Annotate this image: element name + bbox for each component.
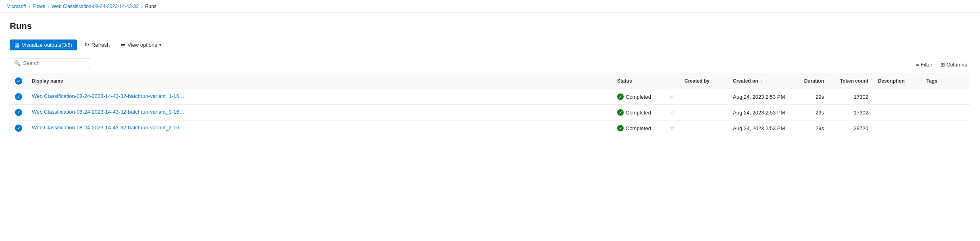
visualize-label: Visualize outputs(3/5) — [22, 42, 72, 48]
table-actions: ≡ Filter ⊞ Columns — [913, 60, 970, 70]
col-header-star — [665, 73, 680, 89]
row-star-cell: ☆ — [665, 120, 680, 136]
run-name-link-0[interactable]: Web Classification-08-24-2023-14-43-32-b… — [32, 93, 185, 99]
status-badge-1: Completed — [617, 109, 651, 116]
row-tags-cell — [922, 89, 970, 105]
row-checkbox[interactable] — [10, 105, 27, 120]
breadcrumb-runs: Runs — [145, 4, 156, 9]
filter-label: Filter — [921, 62, 932, 68]
table-row: Web Classification-08-24-2023-14-43-32-b… — [10, 120, 970, 136]
row-created-on-cell: Aug 24, 2023 2:53 PM — [728, 89, 793, 105]
breadcrumb: Microsoft › Flows › Web Classification-0… — [0, 0, 980, 13]
page-title: Runs — [10, 21, 970, 31]
visualize-icon: ▦ — [15, 42, 19, 48]
row-checkbox[interactable] — [10, 120, 27, 136]
view-options-icon: ⇌ — [121, 42, 125, 48]
row-description-cell — [873, 120, 922, 136]
run-name-link-2[interactable]: Web Classification-08-24-2023-14-43-32-b… — [32, 125, 185, 131]
status-completed-icon-1 — [617, 109, 624, 116]
view-options-label: View options — [127, 42, 157, 48]
status-completed-icon-2 — [617, 125, 624, 131]
search-bar: 🔍 — [10, 58, 90, 68]
row-token-count-cell: 17302 — [829, 89, 873, 105]
toolbar: ▦ Visualize outputs(3/5) ↻ Refresh ⇌ Vie… — [10, 39, 970, 51]
col-header-description: Description — [873, 73, 922, 89]
row-token-count-cell: 17302 — [829, 105, 873, 120]
row-tags-cell — [922, 105, 970, 120]
columns-label: Columns — [947, 62, 967, 68]
star-icon-1[interactable]: ☆ — [670, 109, 675, 116]
refresh-label: Refresh — [92, 42, 110, 48]
columns-button[interactable]: ⊞ Columns — [937, 60, 970, 70]
col-header-name[interactable]: Display name — [27, 73, 612, 89]
refresh-icon: ↻ — [84, 41, 89, 48]
run-name-link-1[interactable]: Web Classification-08-24-2023-14-43-32-b… — [32, 109, 185, 115]
table-row: Web Classification-08-24-2023-14-43-32-b… — [10, 89, 970, 105]
row-created-by-cell — [680, 105, 728, 120]
search-input[interactable] — [23, 60, 86, 66]
row-name-cell: Web Classification-08-24-2023-14-43-32-b… — [27, 89, 612, 105]
col-header-created-by: Created by — [680, 73, 728, 89]
status-text-0: Completed — [626, 94, 651, 100]
row-name-cell: Web Classification-08-24-2023-14-43-32-b… — [27, 105, 612, 120]
filter-icon: ≡ — [916, 62, 919, 68]
breadcrumb-sep-3: › — [141, 4, 143, 9]
col-header-status: Status — [612, 73, 665, 89]
search-icon: 🔍 — [14, 60, 21, 66]
table-header-row: Display name Status Created by Created o… — [10, 73, 970, 89]
row-select-checkbox-2[interactable] — [15, 125, 22, 132]
row-select-checkbox-1[interactable] — [15, 109, 22, 116]
filter-button[interactable]: ≡ Filter — [913, 60, 935, 70]
columns-icon: ⊞ — [940, 62, 945, 68]
row-created-by-cell — [680, 120, 728, 136]
table-body: Web Classification-08-24-2023-14-43-32-b… — [10, 89, 970, 136]
row-select-checkbox-0[interactable] — [15, 93, 22, 100]
row-duration-cell: 29s — [793, 105, 829, 120]
breadcrumb-microsoft[interactable]: Microsoft — [6, 4, 26, 9]
status-text-2: Completed — [626, 125, 651, 131]
row-tags-cell — [922, 120, 970, 136]
row-status-cell: Completed — [612, 105, 665, 120]
row-checkbox[interactable] — [10, 89, 27, 105]
select-all-checkbox[interactable] — [15, 77, 22, 85]
row-status-cell: Completed — [612, 89, 665, 105]
star-icon-0[interactable]: ☆ — [670, 93, 675, 100]
row-duration-cell: 29s — [793, 89, 829, 105]
sort-icon: ↓ — [761, 79, 763, 83]
breadcrumb-sep-1: › — [29, 4, 30, 9]
page-content: Runs ▦ Visualize outputs(3/5) ↻ Refresh … — [0, 13, 980, 144]
col-header-checkbox — [10, 73, 27, 89]
row-description-cell — [873, 105, 922, 120]
row-name-cell: Web Classification-08-24-2023-14-43-32-b… — [27, 120, 612, 136]
col-header-duration: Duration — [793, 73, 829, 89]
breadcrumb-classification[interactable]: Web Classification-08-24-2023-14-43-32 — [52, 4, 139, 9]
runs-table-container: Display name Status Created by Created o… — [10, 73, 970, 136]
view-options-button[interactable]: ⇌ View options ▾ — [117, 39, 165, 50]
visualize-outputs-button[interactable]: ▦ Visualize outputs(3/5) — [10, 39, 77, 50]
star-icon-2[interactable]: ☆ — [670, 125, 675, 131]
row-created-by-cell — [680, 89, 728, 105]
status-completed-icon-0 — [617, 93, 624, 100]
table-toolbar: 🔍 ≡ Filter ⊞ Columns — [10, 58, 970, 71]
breadcrumb-sep-2: › — [48, 4, 49, 9]
row-created-on-cell: Aug 24, 2023 2:53 PM — [728, 105, 793, 120]
row-token-count-cell: 29720 — [829, 120, 873, 136]
refresh-button[interactable]: ↻ Refresh — [80, 39, 114, 51]
status-text-1: Completed — [626, 110, 651, 116]
chevron-down-icon: ▾ — [159, 43, 161, 47]
row-status-cell: Completed — [612, 120, 665, 136]
col-header-token-count: Token count — [829, 73, 873, 89]
row-description-cell — [873, 89, 922, 105]
row-star-cell: ☆ — [665, 105, 680, 120]
status-badge-2: Completed — [617, 125, 651, 131]
breadcrumb-flows[interactable]: Flows — [33, 4, 45, 9]
col-header-created-on[interactable]: Created on ↓ — [728, 73, 793, 89]
runs-table: Display name Status Created by Created o… — [10, 73, 970, 136]
row-star-cell: ☆ — [665, 89, 680, 105]
col-header-tags: Tags — [922, 73, 970, 89]
row-duration-cell: 29s — [793, 120, 829, 136]
status-badge-0: Completed — [617, 93, 651, 100]
table-row: Web Classification-08-24-2023-14-43-32-b… — [10, 105, 970, 120]
row-created-on-cell: Aug 24, 2023 2:53 PM — [728, 120, 793, 136]
